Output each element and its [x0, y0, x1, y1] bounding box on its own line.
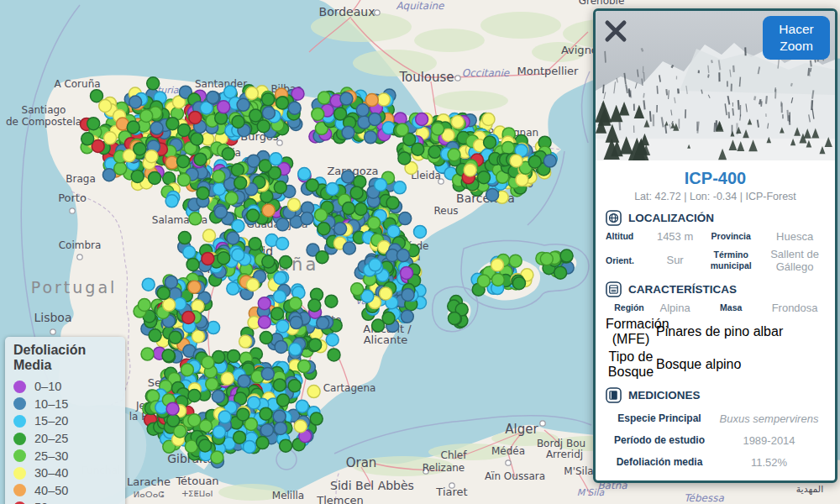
defoliation-dot[interactable] [276, 238, 289, 250]
defoliation-dot[interactable] [509, 255, 522, 267]
defoliation-dot[interactable] [140, 109, 153, 122]
defoliation-dot[interactable] [351, 283, 364, 296]
defoliation-dot[interactable] [262, 255, 275, 268]
defoliation-dot[interactable] [315, 208, 328, 221]
defoliation-dot[interactable] [232, 249, 244, 261]
defoliation-dot[interactable] [188, 281, 201, 293]
defoliation-dot[interactable] [274, 181, 286, 194]
defoliation-dot[interactable] [298, 168, 311, 181]
defoliation-dot[interactable] [227, 232, 239, 244]
defoliation-dot[interactable] [401, 310, 413, 323]
defoliation-dot[interactable] [401, 266, 413, 279]
defoliation-dot[interactable] [238, 375, 250, 387]
defoliation-dot[interactable] [365, 94, 378, 107]
defoliation-dot[interactable] [214, 206, 227, 218]
defoliation-dot[interactable] [202, 356, 214, 369]
defoliation-dot[interactable] [177, 155, 190, 168]
defoliation-dot[interactable] [178, 174, 191, 186]
defoliation-dot[interactable] [147, 77, 160, 90]
defoliation-dot[interactable] [464, 164, 476, 176]
defoliation-dot[interactable] [234, 176, 247, 189]
defoliation-dot[interactable] [166, 118, 179, 130]
defoliation-dot[interactable] [183, 246, 196, 259]
defoliation-dot[interactable] [510, 155, 522, 167]
defoliation-dot[interactable] [99, 100, 112, 113]
defoliation-dot[interactable] [262, 204, 275, 217]
defoliation-dot[interactable] [386, 197, 399, 209]
defoliation-dot[interactable] [343, 202, 355, 215]
defoliation-dot[interactable] [145, 150, 158, 163]
defoliation-dot[interactable] [289, 343, 302, 355]
defoliation-dot[interactable] [275, 422, 287, 434]
defoliation-dot[interactable] [369, 113, 381, 126]
defoliation-dot[interactable] [326, 182, 339, 195]
defoliation-dot[interactable] [211, 451, 223, 464]
defoliation-dot[interactable] [560, 249, 573, 262]
defoliation-dot[interactable] [247, 155, 260, 167]
defoliation-dot[interactable] [212, 391, 224, 403]
defoliation-dot[interactable] [554, 266, 567, 279]
defoliation-dot[interactable] [131, 171, 144, 183]
defoliation-dot[interactable] [167, 414, 180, 427]
defoliation-dot[interactable] [288, 198, 301, 211]
defoliation-dot[interactable] [237, 98, 249, 111]
defoliation-dot[interactable] [257, 120, 270, 133]
defoliation-dot[interactable] [290, 317, 302, 329]
defoliation-dot[interactable] [312, 108, 324, 120]
defoliation-dot[interactable] [484, 136, 496, 149]
defoliation-dot[interactable] [81, 133, 94, 145]
defoliation-dot[interactable] [182, 312, 195, 324]
defoliation-dot[interactable] [288, 380, 301, 392]
defoliation-dot[interactable] [375, 179, 387, 192]
defoliation-dot[interactable] [114, 162, 127, 175]
defoliation-dot[interactable] [221, 372, 234, 385]
defoliation-dot[interactable] [224, 86, 237, 98]
defoliation-dot[interactable] [249, 109, 262, 122]
defoliation-dot[interactable] [402, 289, 414, 302]
defoliation-dot[interactable] [218, 252, 230, 265]
defoliation-dot[interactable] [261, 367, 274, 380]
defoliation-dot[interactable] [192, 330, 205, 343]
defoliation-dot[interactable] [157, 287, 170, 300]
defoliation-dot[interactable] [308, 299, 321, 312]
defoliation-dot[interactable] [260, 407, 272, 420]
defoliation-dot[interactable] [188, 414, 201, 427]
defoliation-dot[interactable] [102, 169, 115, 181]
defoliation-dot[interactable] [274, 290, 286, 302]
defoliation-dot[interactable] [104, 132, 117, 144]
defoliation-dot[interactable] [289, 297, 302, 310]
defoliation-dot[interactable] [382, 122, 395, 134]
defoliation-dot[interactable] [225, 192, 238, 205]
defoliation-dot[interactable] [449, 312, 461, 324]
defoliation-dot[interactable] [165, 276, 177, 288]
defoliation-dot[interactable] [354, 203, 367, 216]
defoliation-dot[interactable] [245, 87, 258, 100]
defoliation-dot[interactable] [237, 408, 249, 421]
defoliation-dot[interactable] [197, 186, 209, 199]
defoliation-dot[interactable] [232, 116, 244, 129]
defoliation-dot[interactable] [186, 258, 199, 270]
defoliation-dot[interactable] [398, 152, 411, 165]
defoliation-dot[interactable] [317, 317, 329, 329]
defoliation-dot[interactable] [207, 92, 219, 104]
defoliation-dot[interactable] [247, 209, 260, 222]
close-panel-button[interactable] [602, 18, 629, 45]
defoliation-dot[interactable] [87, 118, 100, 130]
defoliation-dot[interactable] [451, 116, 464, 129]
defoliation-dot[interactable] [328, 349, 340, 361]
defoliation-dot[interactable] [218, 101, 230, 113]
defoliation-dot[interactable] [244, 440, 256, 453]
defoliation-dot[interactable] [306, 179, 318, 192]
defoliation-dot[interactable] [396, 123, 408, 136]
defoliation-dot[interactable] [501, 141, 514, 154]
defoliation-dot[interactable] [393, 181, 406, 194]
defoliation-dot[interactable] [181, 364, 193, 376]
defoliation-dot[interactable] [280, 256, 292, 269]
defoliation-dot[interactable] [203, 229, 216, 242]
defoliation-dot[interactable] [326, 333, 339, 346]
defoliation-dot[interactable] [194, 153, 207, 165]
defoliation-dot[interactable] [368, 217, 381, 229]
defoliation-dot[interactable] [294, 420, 307, 433]
defoliation-dot[interactable] [127, 121, 139, 134]
defoliation-dot[interactable] [162, 349, 175, 362]
